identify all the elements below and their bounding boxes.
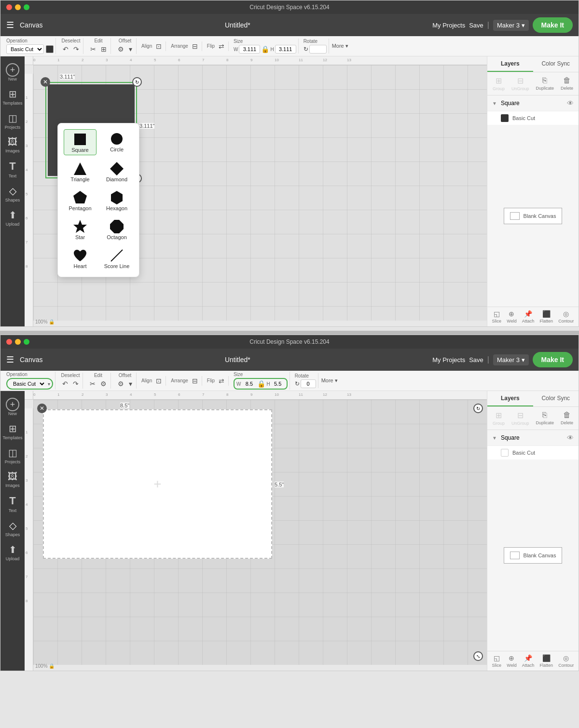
shape-item-octagon[interactable]: Octagon: [100, 217, 133, 242]
group-action-1[interactable]: ⊞ Group: [491, 74, 507, 93]
flip-btn-2[interactable]: ⇄: [217, 376, 226, 386]
shape-item-scoreline[interactable]: Score Line: [100, 246, 133, 271]
duplicate-action-2[interactable]: ⎘ Duplicate: [534, 409, 556, 428]
more-button-2[interactable]: More ▾: [321, 377, 338, 384]
edit-btn-4[interactable]: ⚙: [98, 379, 109, 389]
layer-eye-1[interactable]: 👁: [567, 99, 574, 107]
minimize-button-2[interactable]: [15, 339, 21, 345]
ungroup-action-1[interactable]: ⊟ UnGroup: [510, 74, 531, 93]
sidebar-item-shapes-2[interactable]: ◇ Shapes: [1, 517, 24, 540]
sidebar-item-upload-1[interactable]: ⬆ Upload: [1, 206, 24, 229]
height-input-1[interactable]: 3.111: [275, 45, 296, 54]
contour-action-2[interactable]: ◎ Contour: [558, 654, 574, 668]
sidebar-item-new-2[interactable]: + New: [1, 395, 24, 419]
operation-select-1[interactable]: Basic Cut: [6, 44, 44, 54]
offset-btn-2[interactable]: ▾: [127, 44, 134, 54]
more-button-1[interactable]: More ▾: [332, 43, 348, 49]
blank-canvas-box-1[interactable]: Blank Canvas: [504, 208, 563, 224]
scale-handle-2[interactable]: ⤡: [473, 651, 483, 661]
width-input-2[interactable]: 8.5: [242, 380, 256, 388]
shape-item-pentagon[interactable]: Pentagon: [64, 188, 96, 213]
shape-item-heart[interactable]: Heart: [64, 246, 96, 271]
offset-btn-3[interactable]: ⚙: [116, 379, 126, 389]
canvas-grid-2[interactable]: + ✕ ↻ ⤡ 8.5" 5.5": [33, 400, 487, 665]
delete-action-2[interactable]: 🗑 Delete: [559, 409, 575, 428]
width-input-1[interactable]: 3.111: [239, 45, 260, 54]
sidebar-item-text-1[interactable]: T Text: [1, 157, 24, 181]
maximize-button-1[interactable]: [24, 4, 29, 10]
sidebar-item-images-1[interactable]: 🖼 Images: [1, 134, 24, 156]
sidebar-item-projects-1[interactable]: ◫ Projects: [1, 109, 24, 133]
rotate-handle-1[interactable]: ↻: [132, 77, 142, 87]
sidebar-item-upload-2[interactable]: ⬆ Upload: [1, 541, 24, 564]
color-swatch-1[interactable]: [46, 45, 54, 53]
sidebar-item-templates-1[interactable]: ⊞ Templates: [1, 85, 24, 108]
shape-item-star[interactable]: Star: [64, 217, 96, 242]
canvas-page-2[interactable]: +: [43, 409, 272, 559]
shape-item-square[interactable]: Square: [64, 129, 96, 155]
close-button-2[interactable]: [6, 339, 12, 345]
rotate-input-2[interactable]: 0: [301, 379, 316, 388]
flatten-action-1[interactable]: ⬛ Flatten: [540, 310, 553, 324]
offset-btn-1[interactable]: ⚙: [116, 44, 126, 54]
edit-btn-1[interactable]: ✂: [88, 44, 98, 54]
color-sync-tab-1[interactable]: Color Sync: [533, 56, 579, 72]
layer-eye-2[interactable]: 👁: [567, 434, 574, 442]
hamburger-icon-2[interactable]: ☰: [6, 354, 14, 365]
sidebar-item-images-2[interactable]: 🖼 Images: [1, 468, 24, 491]
rotate-input-1[interactable]: [309, 45, 327, 54]
sidebar-item-shapes-1[interactable]: ◇ Shapes: [1, 182, 24, 205]
offset-btn-4[interactable]: ▾: [127, 379, 134, 389]
maker-select-2[interactable]: Maker 3 ▾: [493, 354, 529, 365]
maximize-button-2[interactable]: [24, 339, 29, 345]
edit-btn-2[interactable]: ⊞: [99, 44, 109, 54]
shape-item-triangle[interactable]: Triangle: [64, 159, 96, 184]
layers-tab-1[interactable]: Layers: [487, 56, 533, 72]
sidebar-item-text-2[interactable]: T Text: [1, 492, 24, 516]
save-button-2[interactable]: Save: [469, 356, 483, 364]
shape-item-hexagon[interactable]: Hexagon: [100, 188, 133, 213]
save-button-1[interactable]: Save: [469, 22, 483, 29]
slice-action-2[interactable]: ◱ Slice: [492, 654, 502, 668]
undo-button-1[interactable]: ↶: [61, 44, 70, 54]
blank-canvas-box-2[interactable]: Blank Canvas: [504, 547, 563, 564]
layer-item-square-1[interactable]: ▼ Square 👁: [487, 95, 579, 111]
weld-action-1[interactable]: ⊕ Weld: [507, 310, 516, 324]
undo-button-2[interactable]: ↶: [60, 379, 70, 389]
shape-item-diamond[interactable]: Diamond: [100, 159, 133, 184]
operation-select-2[interactable]: Basic Cut: [9, 379, 46, 388]
close-handle-2[interactable]: ✕: [37, 404, 47, 413]
sidebar-item-new-1[interactable]: + New: [1, 60, 24, 84]
attach-action-2[interactable]: 📌 Attach: [522, 654, 535, 668]
arrange-btn-2[interactable]: ⊟: [190, 376, 200, 386]
contour-action-1[interactable]: ◎ Contour: [558, 310, 574, 324]
layers-tab-2[interactable]: Layers: [487, 391, 533, 406]
close-button-1[interactable]: [6, 4, 12, 10]
close-handle-1[interactable]: ✕: [41, 77, 50, 87]
color-sync-tab-2[interactable]: Color Sync: [533, 391, 579, 406]
ungroup-action-2[interactable]: ⊟ UnGroup: [510, 409, 531, 428]
sidebar-item-projects-2[interactable]: ◫ Projects: [1, 444, 24, 467]
minimize-button-1[interactable]: [15, 4, 21, 10]
shape-item-circle[interactable]: Circle: [100, 129, 133, 155]
flip-btn-1[interactable]: ⇄: [217, 41, 226, 51]
my-projects-button-2[interactable]: My Projects: [432, 356, 465, 364]
my-projects-button-1[interactable]: My Projects: [432, 22, 465, 29]
edit-btn-3[interactable]: ✂: [88, 379, 97, 389]
hamburger-icon-1[interactable]: ☰: [6, 20, 14, 30]
attach-action-1[interactable]: 📌 Attach: [522, 310, 535, 324]
duplicate-action-1[interactable]: ⎘ Duplicate: [534, 74, 556, 93]
weld-action-2[interactable]: ⊕ Weld: [507, 654, 516, 668]
delete-action-1[interactable]: 🗑 Delete: [559, 74, 575, 93]
canvas-grid-1[interactable]: ✕ ↻ ⤡ 3.111" 3.111": [33, 65, 487, 321]
redo-button-1[interactable]: ↷: [71, 44, 81, 54]
group-action-2[interactable]: ⊞ Group: [491, 409, 507, 428]
flatten-action-2[interactable]: ⬛ Flatten: [540, 654, 553, 668]
align-btn-1[interactable]: ⊡: [154, 41, 164, 51]
make-it-button-2[interactable]: Make It: [533, 352, 573, 367]
slice-action-1[interactable]: ◱ Slice: [492, 310, 502, 324]
sidebar-item-templates-2[interactable]: ⊞ Templates: [1, 420, 24, 443]
make-it-button-1[interactable]: Make It: [533, 17, 573, 33]
rotate-handle-2[interactable]: ↻: [473, 404, 483, 413]
arrange-btn-1[interactable]: ⊟: [190, 41, 200, 51]
